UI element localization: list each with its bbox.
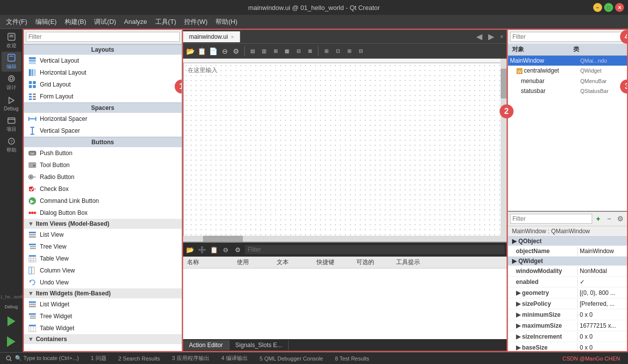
- property-filter-input[interactable]: [510, 214, 592, 224]
- obj-item-statusbar[interactable]: statusbar QStatusBar: [508, 86, 627, 96]
- widget-item-column-view[interactable]: Column View: [24, 265, 182, 276]
- menu-analyze[interactable]: Analyze: [120, 17, 151, 26]
- prop-value[interactable]: 0 x 0: [577, 332, 627, 341]
- toolbar-paste-btn[interactable]: 📄: [208, 46, 219, 57]
- prop-value[interactable]: 16777215 x...: [577, 321, 627, 330]
- tab-close-button[interactable]: ×: [497, 33, 507, 40]
- toolbar-delete-btn[interactable]: ⊖: [219, 46, 230, 57]
- menu-file[interactable]: 文件(F): [2, 16, 31, 27]
- prop-value[interactable]: [Preferred, ...: [577, 299, 627, 308]
- toolbar-buddy-btn[interactable]: ⊡: [332, 46, 343, 57]
- toolbar-layout-more-btn[interactable]: ▦: [282, 46, 293, 57]
- widget-item-dialog-box[interactable]: Dialog Button Box: [24, 207, 182, 219]
- tab-nav-right[interactable]: ▶: [485, 32, 497, 41]
- minimize-button[interactable]: −: [593, 3, 602, 12]
- prop-value[interactable]: NonModal: [577, 267, 627, 275]
- canvas-hscrollbar[interactable]: [183, 236, 501, 242]
- canvas-main[interactable]: 在这里输入: [183, 59, 507, 242]
- toolbar-layout-v-btn[interactable]: ▤: [247, 46, 258, 57]
- widget-item-push-button[interactable]: OK Push Button: [24, 147, 182, 159]
- obj-item-mainwindow[interactable]: MainWindow QMai...ndo: [508, 56, 627, 66]
- action-add-btn[interactable]: ➕: [197, 245, 207, 255]
- subcat-item-views[interactable]: ▼ Item Views (Model-Based): [24, 219, 182, 229]
- debug-label[interactable]: Debug: [3, 302, 19, 311]
- toolbar-signals-btn[interactable]: ⊞: [344, 46, 355, 57]
- toolbar-open-btn[interactable]: 📂: [185, 46, 196, 57]
- widget-item-table-widget[interactable]: Table Widget: [24, 322, 182, 334]
- status-problems[interactable]: 1 问题: [89, 354, 108, 363]
- prop-section-qobject[interactable]: ▶ QObject: [508, 237, 627, 246]
- subcat-containers[interactable]: ▼ Containers: [24, 334, 182, 344]
- toolbar-resources-btn[interactable]: ⊟: [355, 46, 366, 57]
- obj-item-menubar[interactable]: menubar QMenuBar: [508, 76, 627, 86]
- object-filter-input[interactable]: [510, 32, 625, 42]
- action-settings-btn[interactable]: ⚙: [233, 245, 243, 255]
- tab-action-editor[interactable]: Action Editor: [183, 340, 229, 350]
- debug-run-button[interactable]: [4, 335, 18, 349]
- status-test[interactable]: 8 Test Results: [333, 355, 371, 363]
- toolbar-copy-btn[interactable]: 📋: [197, 46, 208, 57]
- hscroll-thumb[interactable]: [203, 236, 243, 242]
- menu-edit[interactable]: 编辑(E): [31, 16, 61, 27]
- maximize-button[interactable]: □: [604, 3, 613, 12]
- menu-controls[interactable]: 控件(W): [180, 16, 211, 27]
- widget-item-table-view[interactable]: Table View: [24, 253, 182, 265]
- widget-item-tool-button[interactable]: Tool Button: [24, 159, 182, 171]
- prop-add-button[interactable]: +: [593, 214, 603, 224]
- canvas-vscrollbar[interactable]: [501, 59, 507, 242]
- toolbar-tab-order-btn[interactable]: ⊞: [321, 46, 332, 57]
- widget-item-tree-widget[interactable]: Tree Widget: [24, 310, 182, 322]
- widget-item-list-widget[interactable]: List Widget: [24, 298, 182, 310]
- toolbar-adjust-btn[interactable]: ⊠: [305, 46, 315, 57]
- sidebar-item-debug[interactable]: Debug: [1, 93, 21, 113]
- status-locate[interactable]: 🔍 Type to locate (Ctrl+...): [4, 354, 81, 363]
- menu-help[interactable]: 帮助(H): [211, 16, 241, 27]
- widget-item-form-layout[interactable]: Form Layout: [24, 91, 182, 102]
- menu-debug[interactable]: 调试(D): [90, 16, 120, 27]
- sidebar-item-help[interactable]: ? 帮助: [1, 135, 21, 155]
- prop-value[interactable]: MainWindow: [577, 247, 627, 256]
- prop-settings-button[interactable]: ⚙: [615, 214, 625, 224]
- widget-item-vertical-layout[interactable]: Vertical Layout: [24, 55, 182, 67]
- toolbar-break-btn[interactable]: ⊟: [293, 46, 304, 57]
- action-filter-input[interactable]: [245, 245, 505, 254]
- vscroll-thumb[interactable]: [501, 69, 507, 98]
- toolbar-settings-btn[interactable]: ⚙: [231, 46, 242, 57]
- status-search[interactable]: 2 Search Results: [116, 355, 162, 363]
- widget-item-grid-layout[interactable]: Grid Layout: [24, 79, 182, 91]
- widget-search-input[interactable]: [26, 32, 180, 42]
- toolbar-layout-g-btn[interactable]: ⊞: [270, 46, 281, 57]
- subcat-item-widgets[interactable]: ▼ Item Widgets (Item-Based): [24, 288, 182, 298]
- widget-item-list-view[interactable]: List View: [24, 229, 182, 241]
- prop-remove-button[interactable]: −: [604, 214, 614, 224]
- prop-value[interactable]: 0 x 0: [577, 343, 627, 352]
- menu-tools[interactable]: 工具(T): [151, 16, 181, 27]
- widget-item-tree-view[interactable]: Tree View: [24, 241, 182, 253]
- prop-section-qwidget[interactable]: ▶ QWidget: [508, 257, 627, 266]
- widget-item-horizontal-layout[interactable]: Horizontal Layout: [24, 67, 182, 79]
- sidebar-item-welcome[interactable]: 欢迎: [1, 31, 21, 51]
- canvas-tab-close[interactable]: ×: [231, 34, 234, 40]
- prop-value[interactable]: 0 x 0: [577, 310, 627, 319]
- widget-item-command-link[interactable]: ▶ Command Link Button: [24, 195, 182, 207]
- widget-item-undo-view[interactable]: Undo View: [24, 276, 182, 288]
- menu-build[interactable]: 构建(B): [61, 16, 90, 27]
- action-delete-btn[interactable]: ⊖: [221, 245, 231, 255]
- prop-value[interactable]: ✓: [577, 277, 627, 286]
- obj-item-centralwidget[interactable]: W centralwidget QWidget: [508, 66, 627, 76]
- sidebar-item-edit[interactable]: 编辑: [1, 52, 21, 72]
- tab-nav-left[interactable]: ◀: [473, 32, 485, 41]
- widget-item-horizontal-spacer[interactable]: Horizontal Spacer: [24, 113, 182, 125]
- prop-value[interactable]: [(0, 0), 800 ...: [577, 288, 627, 297]
- toolbar-layout-h-btn[interactable]: ▥: [259, 46, 270, 57]
- status-compile[interactable]: 4 编译输出: [219, 354, 250, 363]
- sidebar-item-design[interactable]: 设计: [1, 73, 21, 92]
- run-button[interactable]: [4, 314, 18, 328]
- canvas-tab-mainwindow[interactable]: mainwindow.ui ×: [183, 31, 240, 42]
- tab-signals-slots[interactable]: Signals_Slots E...: [229, 340, 289, 350]
- close-button[interactable]: ✕: [615, 3, 624, 12]
- action-open-btn[interactable]: 📂: [185, 245, 195, 255]
- action-copy-btn[interactable]: 📋: [209, 245, 219, 255]
- status-appoutput[interactable]: 3 应用程序输出: [170, 354, 211, 363]
- widget-item-vertical-spacer[interactable]: Vertical Spacer: [24, 125, 182, 137]
